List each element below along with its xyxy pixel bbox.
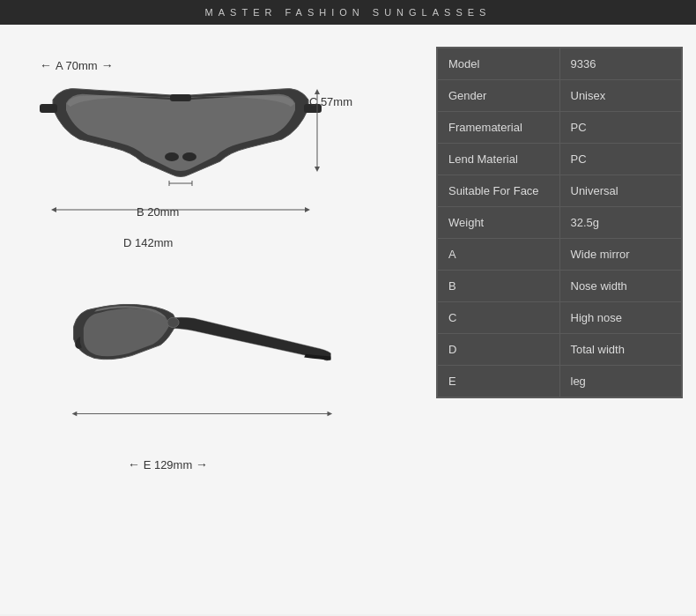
spec-value: 32.5g [560,207,682,238]
spec-label: Weight [438,207,560,238]
left-panel: ← A 70mm → [13,33,436,605]
specs-table: Model9336GenderUnisexFramematerialPCLend… [436,47,683,398]
dim-c-label: C 57mm [309,95,352,108]
spec-label: Framematerial [438,112,560,143]
top-bar: MASTER FASHION SUNGLASSES [0,0,696,25]
spec-value: Universal [560,175,682,206]
spec-row: FramematerialPC [438,112,681,144]
spec-label: A [438,239,560,270]
svg-marker-9 [51,207,56,212]
spec-label: D [438,334,560,365]
spec-value: leg [560,366,682,397]
spec-row: Eleg [438,366,681,397]
dim-e-label: ← E 129mm → [128,457,208,471]
spec-row: BNose width [438,271,681,302]
spec-label: E [438,366,560,397]
dim-a-label: ← A 70mm → [40,58,114,72]
spec-value: Wide mirror [560,239,682,270]
top-view-diagram: ← A 70mm → [22,51,357,280]
svg-rect-1 [40,104,57,113]
svg-rect-0 [170,94,191,101]
spec-value: High nose [560,302,682,333]
glasses-top-view [35,82,326,241]
spec-row: DTotal width [438,334,681,366]
brand-title: MASTER FASHION SUNGLASSES [205,7,492,18]
spec-label: Lend Material [438,144,560,174]
svg-marker-7 [315,167,320,172]
spec-row: AWide mirror [438,239,681,271]
spec-value: PC [560,112,682,143]
spec-label: C [438,302,560,333]
spec-value: Total width [560,334,682,365]
spec-label: Suitable For Face [438,175,560,206]
spec-label: Model [438,48,560,79]
spec-value: Unisex [560,80,682,111]
spec-label: Gender [438,80,560,111]
spec-row: Lend MaterialPC [438,144,681,175]
spec-row: Model9336 [438,48,681,80]
spec-row: Weight32.5g [438,207,681,239]
svg-point-3 [165,152,179,161]
spec-row: GenderUnisex [438,80,681,112]
spec-row: Suitable For FaceUniversal [438,175,681,207]
spec-value: PC [560,144,682,174]
dim-b-label: B 20mm [137,205,179,219]
svg-marker-10 [305,207,310,212]
svg-marker-16 [72,412,78,417]
side-view-diagram: ← E 129mm → [22,285,357,479]
glasses-side-view [40,293,348,434]
svg-marker-17 [328,412,333,417]
spec-row: CHigh nose [438,302,681,334]
svg-point-14 [167,317,179,327]
svg-point-4 [182,152,196,161]
dim-d-label: D 142mm [123,236,173,249]
spec-label: B [438,271,560,301]
svg-marker-6 [315,89,320,94]
spec-value: 9336 [560,48,682,79]
spec-value: Nose width [560,271,682,301]
